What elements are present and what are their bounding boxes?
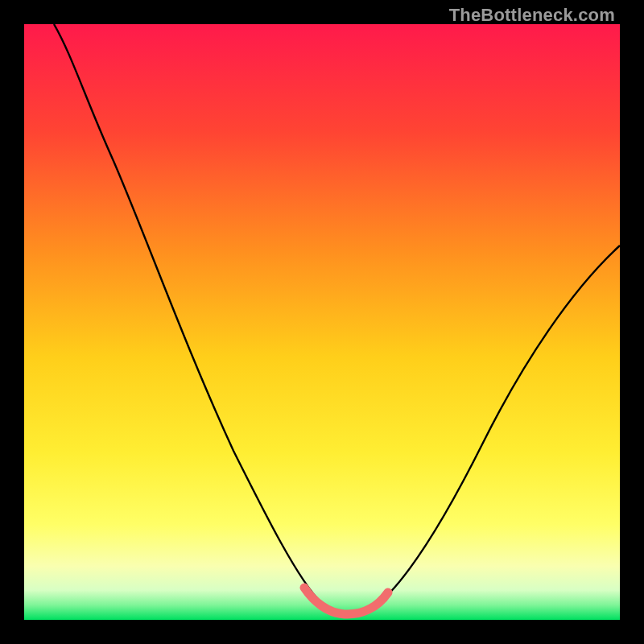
watermark-text: TheBottleneck.com bbox=[449, 5, 615, 26]
bottleneck-curve bbox=[54, 24, 620, 614]
highlight-segment bbox=[304, 588, 388, 614]
chart-svg bbox=[24, 24, 620, 620]
plot-area bbox=[24, 24, 620, 620]
chart-frame: TheBottleneck.com bbox=[0, 0, 644, 644]
